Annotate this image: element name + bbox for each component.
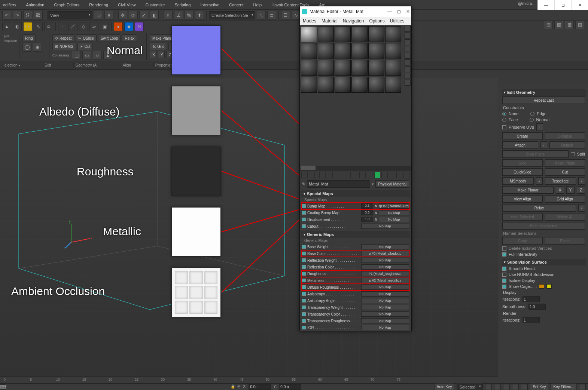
redo-icon[interactable]: ↷: [13, 11, 22, 20]
view-align-button[interactable]: View Align: [502, 195, 543, 203]
repeat-last-button[interactable]: Repeat Last: [502, 96, 585, 104]
mat-maximize-icon[interactable]: ◻: [397, 9, 401, 14]
cage-color-1[interactable]: [539, 284, 544, 289]
eyedropper-icon[interactable]: ✎: [302, 182, 305, 187]
percent-snap-icon[interactable]: %: [185, 11, 194, 20]
vertex-icon[interactable]: ·: [58, 22, 67, 31]
material-type-button[interactable]: Physical Material: [375, 180, 409, 188]
spinner-arrows-icon[interactable]: ⇅: [375, 205, 377, 208]
angle-snap-icon[interactable]: ∠: [174, 11, 183, 20]
material-sample-slot[interactable]: [351, 26, 368, 42]
snap-icon[interactable]: ⌗: [164, 11, 173, 20]
make-planar-button[interactable]: Make Planar: [502, 186, 554, 194]
mat-map-nav-icon[interactable]: [405, 80, 411, 86]
cut-button[interactable]: ✂Cut: [77, 43, 93, 50]
material-sample-slot[interactable]: [301, 43, 317, 59]
footer-geometry[interactable]: Geometry (All: [74, 63, 121, 67]
tool-purple-icon[interactable]: N: [135, 22, 144, 31]
mat-close-icon[interactable]: ✕: [406, 9, 410, 14]
mat-minimize-icon[interactable]: —: [387, 9, 392, 14]
map-enable-checkbox[interactable]: [302, 211, 306, 215]
togrid-button[interactable]: To Grid: [150, 43, 167, 50]
map-slot-button[interactable]: No Map: [361, 264, 409, 270]
window-maximize-icon[interactable]: ◻: [554, 0, 571, 10]
map-slot-button[interactable]: No Map: [361, 258, 409, 263]
map-slot-button[interactable]: No Map: [361, 318, 409, 323]
ring-button[interactable]: Ring: [22, 34, 36, 42]
link-icon[interactable]: ⛓: [23, 11, 32, 20]
edge-icon[interactable]: ／: [68, 22, 77, 31]
prev-frame-icon[interactable]: [494, 384, 501, 390]
script-listener-icon[interactable]: ⌨: [0, 384, 6, 390]
msmooth-button[interactable]: MSmooth: [502, 177, 534, 185]
constraint-face-icon[interactable]: ▱: [93, 51, 102, 60]
msmooth-settings-button[interactable]: ▫: [536, 177, 543, 185]
menu-modifiers[interactable]: odifiers: [1, 2, 18, 8]
make-unique-icon[interactable]: [352, 172, 358, 178]
constraint-face-radio[interactable]: [502, 118, 506, 122]
footer-edit[interactable]: Edit: [43, 63, 74, 67]
map-slot-button[interactable]: p #2 (Metal_metallic.j: [361, 278, 409, 283]
map-slot-button[interactable]: No Map: [361, 244, 409, 249]
video-check-icon[interactable]: [405, 53, 411, 59]
quickslice-button[interactable]: QuickSlice: [502, 168, 543, 176]
coord-x-input[interactable]: [249, 384, 271, 390]
spinner-snap-icon[interactable]: ⬍: [195, 11, 204, 20]
tessellate-settings-button[interactable]: ▫: [578, 177, 585, 185]
menu-animation[interactable]: Animation: [24, 2, 46, 8]
material-name-input[interactable]: [307, 180, 370, 188]
mat-menu-utilities[interactable]: Utilities: [390, 18, 405, 24]
map-slot-button[interactable]: p #0 (Metal_albedo.jp: [361, 251, 409, 256]
menu-civil-view[interactable]: Civil View: [116, 2, 137, 8]
coord-y-input[interactable]: [279, 384, 301, 390]
sample-scrollbar[interactable]: [300, 166, 411, 170]
material-sample-slot[interactable]: [385, 26, 401, 42]
unhide-all-button[interactable]: Unhide All: [545, 213, 585, 221]
layers-icon[interactable]: ☰: [281, 11, 290, 20]
collapse-button[interactable]: Collapse: [545, 132, 585, 140]
material-sample-slot[interactable]: [301, 26, 317, 42]
element-icon[interactable]: ▣: [100, 22, 109, 31]
show-cage-checkbox[interactable]: [502, 285, 506, 289]
split-checkbox[interactable]: [571, 152, 575, 156]
material-sample-slot[interactable]: [318, 77, 334, 93]
map-enable-checkbox[interactable]: [302, 245, 306, 249]
mat-menu-options[interactable]: Options: [369, 18, 384, 24]
spinner-arrows-icon[interactable]: ⇅: [375, 211, 377, 215]
menu-rendering[interactable]: Rendering: [88, 2, 110, 8]
nurms-button[interactable]: ⊞NURMS: [52, 43, 76, 50]
menu-help[interactable]: Help: [252, 2, 263, 8]
isoline-checkbox[interactable]: [502, 279, 506, 283]
constraint-none-icon[interactable]: ▢: [72, 51, 81, 60]
paste-button[interactable]: Paste: [545, 237, 585, 245]
uv-tiling-icon[interactable]: [405, 46, 411, 52]
relax-button-panel[interactable]: Relax: [502, 204, 576, 212]
map-enable-checkbox[interactable]: [302, 299, 306, 303]
menu-content[interactable]: Content: [228, 2, 245, 8]
get-material-icon[interactable]: [301, 172, 308, 178]
slice-button[interactable]: Slice: [502, 159, 543, 167]
scale-icon[interactable]: ⤢: [139, 11, 148, 20]
tool-blue-icon[interactable]: ◆: [124, 22, 133, 31]
material-sample-slot[interactable]: [318, 26, 334, 42]
selection-filter-combo[interactable]: View: [48, 11, 92, 19]
map-enable-checkbox[interactable]: [302, 224, 306, 228]
map-slot-button[interactable]: #1 (Metal_roughness.: [361, 271, 409, 276]
goto-end-icon[interactable]: [521, 384, 528, 390]
spinner-arrows-icon[interactable]: ⇅: [375, 218, 377, 221]
map-slot-button[interactable]: No Map: [361, 311, 409, 317]
outliner-icon[interactable]: ▤: [544, 20, 553, 29]
show-end-result-icon[interactable]: [381, 172, 388, 178]
iterations-spinner[interactable]: [523, 296, 540, 302]
map-slot-button[interactable]: No Map: [379, 217, 409, 222]
delete-icon[interactable]: [334, 172, 340, 178]
map-enable-checkbox[interactable]: [302, 252, 306, 255]
next-frame-icon[interactable]: [512, 384, 519, 390]
go-sibling-icon[interactable]: [396, 172, 403, 178]
window-close-icon[interactable]: ✕: [571, 0, 588, 10]
open-folder-icon[interactable]: ▨: [575, 20, 584, 29]
material-sample-slot[interactable]: [318, 43, 334, 59]
put-to-library-icon[interactable]: [359, 172, 366, 178]
attach-list-button[interactable]: ▫: [540, 141, 547, 149]
isolate-icon[interactable]: ◎: [237, 384, 241, 390]
